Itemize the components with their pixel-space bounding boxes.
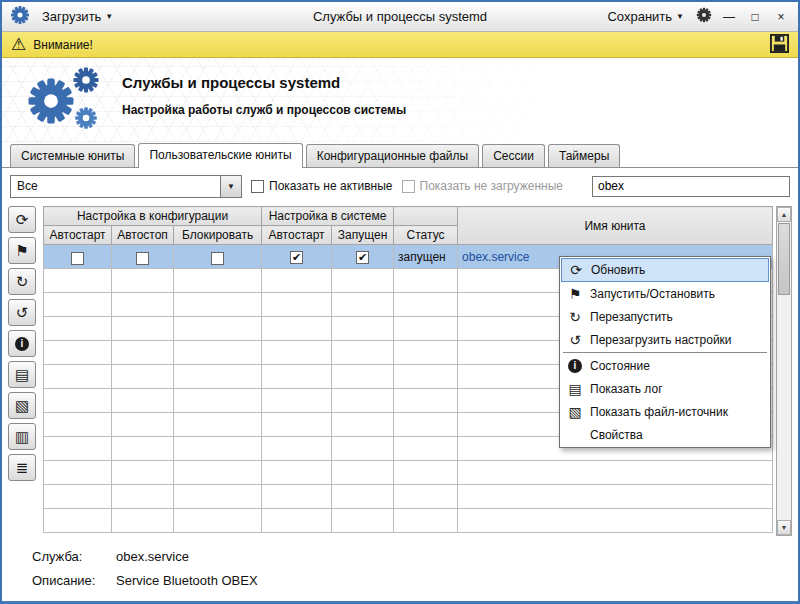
restart-icon: ↻ bbox=[16, 273, 29, 291]
page-header: Службы и процессы systemd Настройка рабо… bbox=[2, 58, 798, 142]
filter-bar: Все ▼ Показать не активные Показать не з… bbox=[2, 168, 798, 204]
page-title: Службы и процессы systemd bbox=[122, 74, 406, 91]
page-subtitle: Настройка работы служб и процессов систе… bbox=[122, 103, 406, 117]
status-button[interactable]: i bbox=[8, 330, 36, 357]
group-header-system: Настройка в системе bbox=[262, 207, 394, 226]
titlebar: Службы и процессы systemd Загрузить ▼ Со… bbox=[2, 2, 798, 32]
file-source-icon: ▧ bbox=[15, 397, 29, 415]
menu-item-start-stop[interactable]: ⚑ Запустить/Остановить bbox=[561, 282, 769, 305]
start-stop-icon: ⚑ bbox=[566, 286, 584, 302]
unit-filter-input[interactable] bbox=[592, 176, 790, 197]
warning-text: Внимание! bbox=[33, 38, 93, 52]
save-file-icon[interactable] bbox=[770, 34, 789, 56]
list-icon: ≣ bbox=[16, 459, 29, 477]
maximize-button[interactable]: □ bbox=[746, 10, 764, 24]
scroll-up-icon[interactable]: ▲ bbox=[777, 207, 791, 222]
chevron-down-icon: ▼ bbox=[676, 12, 684, 21]
properties-icon: ▥ bbox=[15, 428, 29, 446]
show-unloaded-checkbox: Показать не загруженные bbox=[402, 179, 563, 193]
menu-item-reload-config[interactable]: ↺ Перезагрузить настройки bbox=[561, 328, 769, 351]
refresh-button[interactable]: ⟳ bbox=[8, 206, 36, 233]
unit-name-link[interactable]: obex.service bbox=[462, 250, 529, 264]
reload-icon: ↺ bbox=[566, 332, 584, 348]
column-header-unit: Имя юнита bbox=[458, 207, 773, 245]
close-button[interactable]: × bbox=[772, 10, 790, 24]
restart-button[interactable]: ↻ bbox=[8, 268, 36, 295]
status-cell: запущен bbox=[394, 245, 458, 269]
service-value: obex.service bbox=[116, 549, 189, 564]
checkbox-box bbox=[402, 180, 415, 193]
refresh-icon: ⟳ bbox=[16, 211, 29, 229]
vertical-scrollbar[interactable]: ▲ ▼ bbox=[776, 206, 792, 536]
menu-item-refresh[interactable]: ⟳ Обновить bbox=[561, 258, 769, 282]
reload-config-button[interactable]: ↺ bbox=[8, 299, 36, 326]
save-button[interactable]: Сохранить ▼ bbox=[603, 7, 688, 26]
autostart-sys-checkbox[interactable]: ✔ bbox=[290, 251, 303, 264]
main-area: ⟳ ⚑ ↻ ↺ i ▤ ▧ ▥ ≣ Настройка в конфигурац… bbox=[2, 204, 798, 538]
show-inactive-checkbox[interactable]: Показать не активные bbox=[251, 179, 393, 193]
log-icon: ▤ bbox=[15, 366, 29, 384]
tab-user-units[interactable]: Пользовательские юниты bbox=[138, 143, 302, 168]
show-log-button[interactable]: ▤ bbox=[8, 361, 36, 388]
tab-bar: Системные юниты Пользовательские юниты К… bbox=[2, 142, 798, 168]
tab-system-units[interactable]: Системные юниты bbox=[10, 144, 135, 167]
menu-separator bbox=[563, 352, 767, 353]
file-source-icon: ▧ bbox=[566, 404, 584, 420]
settings-gear-icon[interactable] bbox=[696, 7, 712, 26]
menu-item-restart[interactable]: ↻ Перезапустить bbox=[561, 305, 769, 328]
reload-icon: ↺ bbox=[16, 304, 29, 322]
service-label: Служба: bbox=[32, 549, 116, 564]
group-header-config: Настройка в конфигурации bbox=[44, 207, 262, 226]
app-window: Службы и процессы systemd Загрузить ▼ Со… bbox=[0, 0, 800, 604]
table-row[interactable] bbox=[44, 485, 773, 509]
info-icon: i bbox=[568, 359, 582, 373]
column-header-autostart-cfg: Автостарт bbox=[44, 226, 112, 245]
start-stop-button[interactable]: ⚑ bbox=[8, 237, 36, 264]
chevron-down-icon[interactable]: ▼ bbox=[220, 176, 241, 197]
warning-icon: ⚠ bbox=[11, 36, 26, 53]
description-label: Описание: bbox=[32, 573, 116, 588]
info-icon: i bbox=[15, 337, 29, 351]
block-checkbox[interactable] bbox=[211, 252, 224, 265]
detail-panel: Служба: obex.service Описание: Service B… bbox=[2, 538, 798, 601]
scrollbar-thumb[interactable] bbox=[778, 223, 790, 295]
column-header-autostart-sys: Автостарт bbox=[262, 226, 332, 245]
chevron-down-icon: ▼ bbox=[105, 12, 113, 21]
restart-icon: ↻ bbox=[566, 309, 584, 325]
table-row[interactable] bbox=[44, 509, 773, 533]
autostart-cfg-checkbox[interactable] bbox=[71, 252, 84, 265]
tab-timers[interactable]: Таймеры bbox=[548, 144, 620, 167]
show-source-button[interactable]: ▧ bbox=[8, 392, 36, 419]
warning-bar: ⚠ Внимание! bbox=[2, 32, 798, 58]
unit-list-button[interactable]: ≣ bbox=[8, 454, 36, 481]
properties-button[interactable]: ▥ bbox=[8, 423, 36, 450]
menu-item-properties[interactable]: Свойства bbox=[561, 423, 769, 446]
tab-config-files[interactable]: Конфигурационные файлы bbox=[306, 144, 479, 167]
checkbox-box[interactable] bbox=[251, 180, 264, 193]
tab-sessions[interactable]: Сессии bbox=[482, 144, 545, 167]
menu-item-show-source[interactable]: ▧ Показать файл-источник bbox=[561, 400, 769, 423]
refresh-icon: ⟳ bbox=[567, 262, 585, 278]
menu-item-status[interactable]: i Состояние bbox=[561, 354, 769, 377]
menu-item-show-log[interactable]: ▤ Показать лог bbox=[561, 377, 769, 400]
description-value: Service Bluetooth OBEX bbox=[116, 573, 258, 588]
column-header-block: Блокировать bbox=[174, 226, 262, 245]
load-button[interactable]: Загрузить ▼ bbox=[38, 7, 117, 26]
column-header-running: Запущен bbox=[332, 226, 394, 245]
log-icon: ▤ bbox=[566, 381, 584, 397]
gears-illustration bbox=[24, 64, 116, 138]
start-stop-icon: ⚑ bbox=[15, 242, 28, 260]
column-header-status: Статус bbox=[394, 226, 458, 245]
column-header-autostop: Автостоп bbox=[112, 226, 174, 245]
autostop-checkbox[interactable] bbox=[136, 252, 149, 265]
side-toolbar: ⟳ ⚑ ↻ ↺ i ▤ ▧ ▥ ≣ bbox=[8, 206, 40, 538]
app-gears-icon bbox=[10, 5, 30, 28]
context-menu: ⟳ Обновить ⚑ Запустить/Остановить ↻ Пере… bbox=[559, 256, 771, 448]
running-checkbox[interactable]: ✔ bbox=[356, 251, 369, 264]
filter-combobox[interactable]: Все ▼ bbox=[10, 175, 242, 198]
scroll-down-icon[interactable]: ▼ bbox=[777, 520, 791, 535]
table-row[interactable] bbox=[44, 461, 773, 485]
filter-combobox-value: Все bbox=[11, 176, 220, 197]
minimize-button[interactable]: — bbox=[720, 10, 738, 24]
units-table-zone: Настройка в конфигурации Настройка в сис… bbox=[43, 206, 773, 538]
